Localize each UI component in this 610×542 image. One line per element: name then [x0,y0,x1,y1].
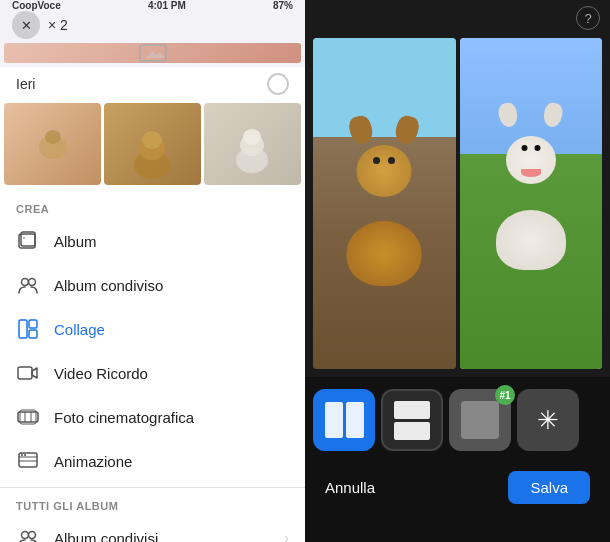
album-label: Album [54,233,97,250]
crea-label: CREA [0,195,305,219]
svg-point-13 [29,279,36,286]
ieri-select-circle[interactable] [267,73,289,95]
animation-icon [16,449,40,473]
svg-rect-16 [29,330,37,338]
star-icon: ✳ [537,407,559,433]
layout-options: #1 ✳ [305,377,610,459]
top-bar: ✕ × 2 [0,11,305,39]
svg-point-26 [29,532,36,539]
svg-point-8 [243,129,261,145]
cinema-icon [16,405,40,429]
left-panel: CoopVoce 4:01 PM 87% ✕ × 2 Ieri [0,0,305,542]
video-icon [16,361,40,385]
collage-left-image [313,38,456,369]
svg-rect-18 [18,412,38,422]
photo-thumb-1[interactable] [4,43,301,63]
tutti-label: TUTTI GLI ALBUM [0,492,305,516]
salva-button[interactable]: Salva [508,471,590,504]
number-badge: #1 [495,385,515,405]
svg-rect-17 [18,367,32,379]
menu-item-collage[interactable]: Collage [0,307,305,351]
strip-thumb-3[interactable]: ✓ [204,103,301,185]
svg-point-12 [22,279,29,286]
right-panel: ? [305,0,610,542]
svg-point-24 [24,454,26,456]
ieri-row: Ieri [0,67,305,99]
collage-preview [305,30,610,377]
svg-point-5 [142,131,162,149]
menu-item-foto-cin[interactable]: Foto cinematografica [0,395,305,439]
battery-label: 87% [273,0,293,11]
strip-thumb-1[interactable] [4,103,101,185]
status-bar: CoopVoce 4:01 PM 87% [0,0,305,11]
two-rows-icon [394,401,430,440]
foto-cin-label: Foto cinematografica [54,409,194,426]
layout-star[interactable]: ✳ [517,389,579,451]
time-label: 4:01 PM [148,0,186,11]
layout-two-columns[interactable] [313,389,375,451]
shared-icon [16,526,40,542]
divider [0,487,305,488]
menu-item-album-condiviso[interactable]: Album condiviso [0,263,305,307]
two-columns-icon [325,402,364,438]
status-right: 87% [273,0,293,11]
photo-grid-top [0,39,305,67]
svg-point-2 [45,130,61,144]
action-bar: Annulla Salva [305,459,610,520]
photo-strip: ✓ ✓ [0,99,305,189]
annulla-button[interactable]: Annulla [325,479,375,496]
chevron-right-icon: › [284,530,289,542]
svg-rect-14 [19,320,27,338]
album-icon [16,229,40,253]
svg-rect-15 [29,320,37,328]
svg-point-23 [21,454,23,456]
collage-icon [16,317,40,341]
selection-count: × 2 [48,17,68,33]
menu-item-animazione[interactable]: Animazione [0,439,305,483]
ieri-label: Ieri [16,76,35,92]
strip-thumb-2[interactable]: ✓ [104,103,201,185]
numbered-icon [461,401,499,439]
bottom-panel: #1 ✳ Annulla Salva [305,377,610,542]
menu-item-album[interactable]: Album [0,219,305,263]
menu-item-video-ricordo[interactable]: Video Ricordo [0,351,305,395]
menu-item-arrow-left: Album condivisi [16,526,158,542]
collage-right-image [460,38,603,369]
layout-numbered[interactable]: #1 [449,389,511,451]
video-ricordo-label: Video Ricordo [54,365,148,382]
animazione-label: Animazione [54,453,132,470]
crea-section: CREA Album Album condiviso Collage [0,189,305,542]
album-condiviso-label: Album condiviso [54,277,163,294]
menu-item-album-condivisi[interactable]: Album condivisi › [0,516,305,542]
collage-label: Collage [54,321,105,338]
album-condivisi-label: Album condivisi [54,530,158,543]
close-button[interactable]: ✕ [12,11,40,39]
layout-two-rows[interactable] [381,389,443,451]
shared-album-icon [16,273,40,297]
carrier-label: CoopVoce [12,0,61,11]
svg-point-25 [22,532,29,539]
help-button[interactable]: ? [576,6,600,30]
